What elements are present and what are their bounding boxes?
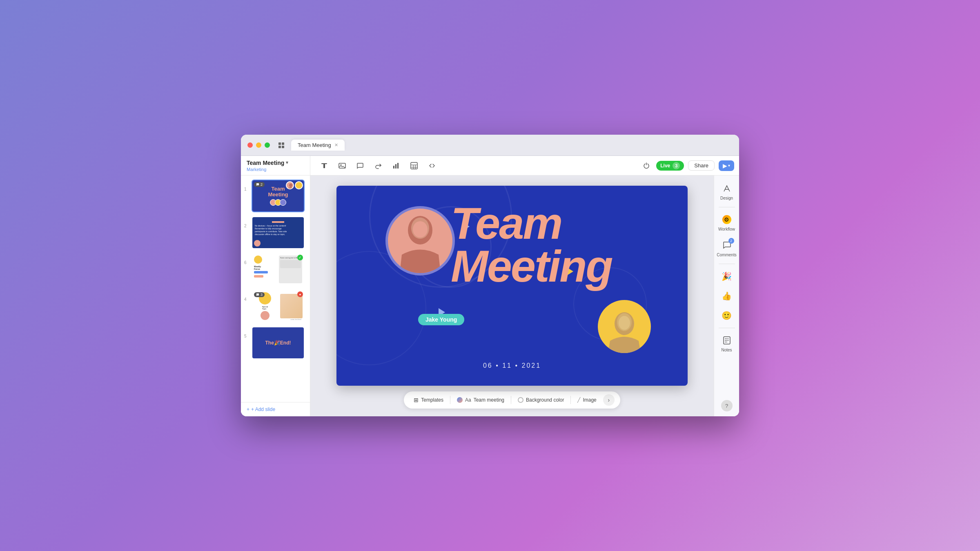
play-dropdown-icon[interactable]: ▾ <box>728 163 730 168</box>
slide-5-bg: The🎉End! <box>252 327 304 358</box>
svg-rect-5 <box>323 163 325 168</box>
slide-3-bar2 <box>254 275 263 278</box>
bottom-divider-2 <box>511 396 511 404</box>
slide-3-left: WeeklyFocus <box>254 256 277 283</box>
svg-rect-11 <box>411 162 417 169</box>
svg-point-23 <box>619 316 630 330</box>
workflow-avatar-icon: ⚙ <box>722 215 731 224</box>
title-dropdown-icon[interactable]: ▾ <box>286 160 288 165</box>
image-tool-icon[interactable] <box>336 160 348 171</box>
close-button[interactable] <box>247 142 253 148</box>
notes-label: Notes <box>721 348 732 352</box>
templates-button[interactable]: ⊞ Templates <box>410 395 448 405</box>
emoji1-panel-item[interactable]: 🎉 <box>716 268 738 284</box>
person-name: Jake Young <box>425 316 457 323</box>
tab-close-icon[interactable]: ✕ <box>334 142 338 148</box>
svg-point-16 <box>289 184 292 187</box>
slide-thumbnail[interactable]: No devices – focus on the content!Rememb… <box>252 216 305 249</box>
right-panel: Design ⚙ Workflow 2 Comments 🎉 <box>714 176 739 416</box>
live-label: Live <box>660 163 670 169</box>
emoji3-panel-item[interactable]: 🙂 <box>716 307 738 324</box>
design-panel-item[interactable]: Design <box>716 180 738 203</box>
bottom-toolbar: ⊞ Templates Aa Team meeting Background c… <box>404 391 620 409</box>
canvas-inner: Team Meeting Jake Youn <box>336 182 688 412</box>
table-tool-icon[interactable] <box>408 160 420 171</box>
svg-rect-1 <box>282 142 284 145</box>
traffic-lights <box>247 142 270 148</box>
slide-4-avatar <box>261 311 270 320</box>
slide-thumbnail[interactable]: The🎉End! <box>252 327 305 359</box>
panel-divider-2 <box>719 264 735 264</box>
design-icon <box>721 183 733 194</box>
slide-thumbnail[interactable]: 2 TeamMeeting <box>252 180 305 212</box>
redo-tool-icon[interactable] <box>372 160 384 171</box>
workflow-label: Workflow <box>718 227 735 231</box>
more-options-button[interactable]: › <box>603 394 615 406</box>
live-badge[interactable]: Live 3 <box>656 161 684 171</box>
main-toolbar <box>310 160 636 171</box>
header-row: Team Meeting ▾ Marketing <box>241 156 739 176</box>
workflow-icon: ⚙ <box>721 214 733 225</box>
titlebar: Team Meeting ✕ <box>241 135 739 156</box>
list-item: 5 The🎉End! <box>244 327 307 359</box>
add-slide-button[interactable]: + + Add slide <box>241 402 310 416</box>
slide-4-label: SpecialTopic <box>262 306 268 310</box>
theme-button[interactable]: Aa Team meeting <box>453 395 508 404</box>
svg-rect-0 <box>278 142 281 145</box>
power-icon[interactable] <box>641 160 652 171</box>
text-tool-icon[interactable] <box>318 160 330 171</box>
design-label: Design <box>720 196 733 200</box>
play-icon: ▶ <box>723 162 727 169</box>
chart-tool-icon[interactable] <box>390 160 402 171</box>
slide-date: 06 • 11 • 2021 <box>483 362 541 369</box>
slide-thumbnail[interactable]: ✓ WeeklyFocus Some running text to fill. <box>252 253 305 286</box>
smile-icon: 🙂 <box>721 310 733 321</box>
bg-color-circle <box>518 397 523 403</box>
slide-3-bar <box>254 271 268 273</box>
slide-4-image <box>280 294 303 318</box>
thumb-avatars <box>270 199 286 206</box>
minimize-button[interactable] <box>256 142 261 148</box>
bottom-divider-3 <box>570 396 571 404</box>
party-icon: 🎉 <box>721 271 733 282</box>
emoji2-panel-item[interactable]: 👍 <box>716 288 738 304</box>
theme-label: Team meeting <box>474 397 504 403</box>
comments-icon: 2 <box>721 240 733 251</box>
bg-color-button[interactable]: Background color <box>514 395 568 404</box>
main-slide-canvas[interactable]: Team Meeting Jake Youn <box>336 186 688 386</box>
slide-main-title: Team Meeting <box>451 202 612 287</box>
comment-badge: 3 <box>254 292 265 297</box>
svg-point-7 <box>341 164 342 165</box>
embed-tool-icon[interactable] <box>426 160 438 171</box>
grid-icon[interactable] <box>275 139 288 152</box>
active-tab[interactable]: Team Meeting ✕ <box>291 140 345 151</box>
slide-number: 5 <box>244 327 249 338</box>
comments-panel-item[interactable]: 2 Comments <box>716 237 738 260</box>
name-tag: Jake Young <box>418 314 464 325</box>
slide-2-text: No devices – focus on the content!Rememb… <box>255 224 301 236</box>
svg-point-20 <box>413 221 428 238</box>
maximize-button[interactable] <box>265 142 270 148</box>
app-window: Team Meeting ✕ Team Meeting ▾ Marketing <box>241 135 739 416</box>
help-button[interactable]: ? <box>721 400 733 411</box>
slide-thumbnail[interactable]: 3 ● SpecialTopic <box>252 290 305 322</box>
image-label: Image <box>583 397 596 403</box>
slide-number: 6 <box>244 253 249 265</box>
thumb-avatar-3 <box>280 199 286 206</box>
add-slide-label: + Add slide <box>251 407 275 412</box>
comment-tool-icon[interactable] <box>354 160 366 171</box>
share-button[interactable]: Share <box>688 160 715 171</box>
play-button[interactable]: ▶ ▾ <box>719 160 734 171</box>
thumbsup-icon: 👍 <box>721 290 733 302</box>
comments-count: 2 <box>728 238 734 244</box>
slide-title-line2: Meeting <box>451 241 612 291</box>
slide-2-bar <box>272 221 284 223</box>
image-button[interactable]: ╱ Image <box>573 395 600 404</box>
presentation-title[interactable]: Team Meeting <box>247 160 284 166</box>
workflow-panel-item[interactable]: ⚙ Workflow <box>716 211 738 234</box>
avatar <box>286 181 294 189</box>
notes-panel-item[interactable]: Notes <box>716 332 738 355</box>
comment-count: 2 <box>261 182 263 187</box>
slide-3-icon <box>254 256 262 264</box>
slide-2-bg: No devices – focus on the content!Rememb… <box>252 217 304 248</box>
